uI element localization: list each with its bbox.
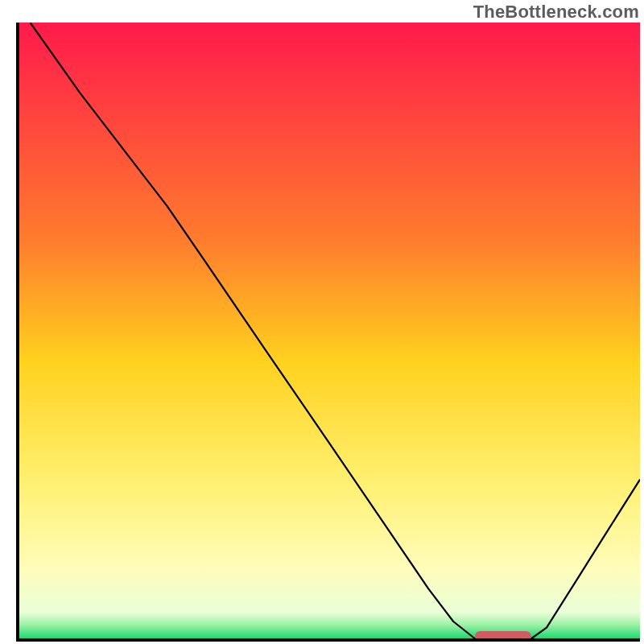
attribution-text: TheBottleneck.com bbox=[473, 2, 639, 23]
bottleneck-chart bbox=[0, 0, 644, 644]
chart-viewport: TheBottleneck.com bbox=[0, 0, 644, 644]
gradient-background bbox=[18, 23, 640, 640]
